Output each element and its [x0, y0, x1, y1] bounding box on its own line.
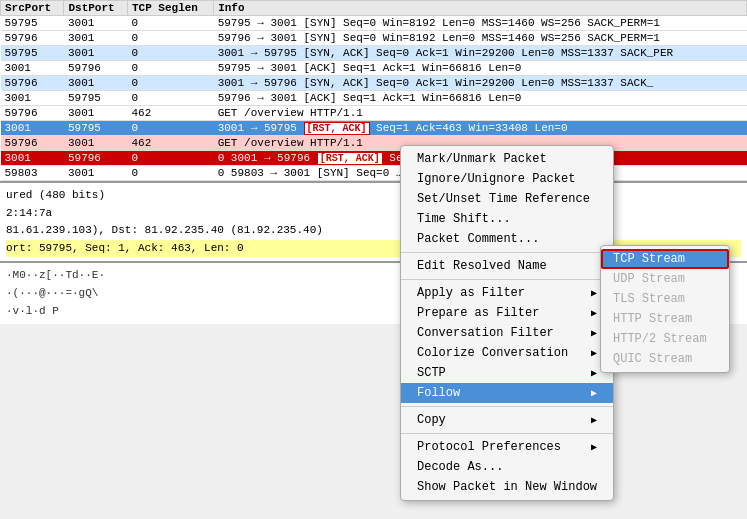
submenu-item-quic-stream: QUIC Stream	[601, 349, 729, 369]
cell-seglen: 0	[127, 16, 213, 31]
menu-item-label: Set/Unset Time Reference	[417, 192, 590, 206]
table-row[interactable]: 300159795059796 → 3001 [ACK] Seq=1 Ack=1…	[1, 91, 747, 106]
table-row[interactable]: 597953001059795 → 3001 [SYN] Seq=0 Win=8…	[1, 16, 747, 31]
cell-srcport: 59796	[1, 31, 64, 46]
cell-seglen: 0	[127, 166, 213, 181]
cell-srcport: 59795	[1, 46, 64, 61]
menu-item-label: Decode As...	[417, 460, 503, 474]
menu-item-protocol-preferences[interactable]: Protocol Preferences▶	[401, 437, 613, 457]
menu-item-label: Follow	[417, 386, 460, 400]
col-dstport: DstPort	[64, 1, 127, 16]
cell-info: 59796 → 3001 [ACK] Seq=1 Ack=1 Win=66816…	[214, 91, 747, 106]
submenu-arrow-icon: ▶	[591, 441, 597, 453]
menu-separator	[401, 252, 613, 253]
menu-item-follow[interactable]: Follow▶	[401, 383, 613, 403]
table-row[interactable]: 59796300103001 → 59796 [SYN, ACK] Seq=0 …	[1, 76, 747, 91]
detail-line-1: ured (480 bits)	[6, 187, 741, 205]
submenu-arrow-icon: ▶	[591, 327, 597, 339]
menu-item-copy[interactable]: Copy▶	[401, 410, 613, 430]
table-row[interactable]: 597963001059796 → 3001 [SYN] Seq=0 Win=8…	[1, 31, 747, 46]
menu-separator	[401, 406, 613, 407]
menu-separator	[401, 279, 613, 280]
menu-item-conversation-filter[interactable]: Conversation Filter▶	[401, 323, 613, 343]
menu-item-label: Conversation Filter	[417, 326, 554, 340]
table-row[interactable]: 300159796059795 → 3001 [ACK] Seq=1 Ack=1…	[1, 61, 747, 76]
cell-srcport: 3001	[1, 61, 64, 76]
menu-item-time-shift---[interactable]: Time Shift...	[401, 209, 613, 229]
cell-dstport: 3001	[64, 76, 127, 91]
submenu-arrow-icon: ▶	[591, 414, 597, 426]
cell-info: 59795 → 3001 [ACK] Seq=1 Ack=1 Win=66816…	[214, 61, 747, 76]
table-row[interactable]: 30015979600 3001 → 59796 [RST, ACK] Seq=…	[1, 151, 747, 166]
menu-item-label: Copy	[417, 413, 446, 427]
submenu-arrow-icon: ▶	[591, 367, 597, 379]
cell-srcport: 59803	[1, 166, 64, 181]
cell-info: 3001 → 59795 [SYN, ACK] Seq=0 Ack=1 Win=…	[214, 46, 747, 61]
cell-dstport: 3001	[64, 16, 127, 31]
menu-item-prepare-as-filter[interactable]: Prepare as Filter▶	[401, 303, 613, 323]
cell-srcport: 59796	[1, 136, 64, 151]
cell-info: 3001 → 59796 [SYN, ACK] Seq=0 Ack=1 Win=…	[214, 76, 747, 91]
submenu-arrow-icon: ▶	[591, 287, 597, 299]
cell-dstport: 3001	[64, 166, 127, 181]
follow-submenu[interactable]: TCP StreamUDP StreamTLS StreamHTTP Strea…	[600, 245, 730, 373]
cell-info: 3001 → 59795 [RST, ACK] Seq=1 Ack=463 Wi…	[214, 121, 747, 136]
cell-srcport: 3001	[1, 91, 64, 106]
menu-item-label: Colorize Conversation	[417, 346, 568, 360]
menu-item-ignore-unignore-packet[interactable]: Ignore/Unignore Packet	[401, 169, 613, 189]
table-header-row: SrcPort DstPort TCP Seglen Info	[1, 1, 747, 16]
col-seglen: TCP Seglen	[127, 1, 213, 16]
submenu-arrow-icon: ▶	[591, 307, 597, 319]
cell-seglen: 0	[127, 121, 213, 136]
cell-info: 59795 → 3001 [SYN] Seq=0 Win=8192 Len=0 …	[214, 16, 747, 31]
cell-srcport: 59796	[1, 106, 64, 121]
menu-item-edit-resolved-name[interactable]: Edit Resolved Name	[401, 256, 613, 276]
cell-seglen: 462	[127, 106, 213, 121]
menu-item-label: Mark/Unmark Packet	[417, 152, 547, 166]
context-menu[interactable]: Mark/Unmark PacketIgnore/Unignore Packet…	[400, 145, 614, 501]
menu-separator	[401, 433, 613, 434]
cell-seglen: 0	[127, 91, 213, 106]
cell-seglen: 0	[127, 151, 213, 166]
cell-srcport: 59796	[1, 76, 64, 91]
menu-item-label: Prepare as Filter	[417, 306, 539, 320]
table-row[interactable]: 30015979503001 → 59795 [RST, ACK] Seq=1 …	[1, 121, 747, 136]
cell-seglen: 0	[127, 76, 213, 91]
menu-item-decode-as---[interactable]: Decode As...	[401, 457, 613, 477]
detail-line-2: 2:14:7a	[6, 205, 741, 223]
submenu-item-tcp-stream[interactable]: TCP Stream	[601, 249, 729, 269]
detail-line-3: 81.61.239.103), Dst: 81.92.235.40 (81.92…	[6, 222, 741, 240]
cell-dstport: 59796	[64, 61, 127, 76]
rst-ack-badge: [RST, ACK]	[317, 152, 383, 165]
menu-item-apply-as-filter[interactable]: Apply as Filter▶	[401, 283, 613, 303]
table-row[interactable]: 59803300100 59803 → 3001 [SYN] Seq=0 …25…	[1, 166, 747, 181]
col-srcport: SrcPort	[1, 1, 64, 16]
cell-srcport: 3001	[1, 151, 64, 166]
table-row[interactable]: 597963001462GET /overview HTTP/1.1	[1, 136, 747, 151]
col-info: Info	[214, 1, 747, 16]
cell-dstport: 3001	[64, 46, 127, 61]
cell-seglen: 462	[127, 136, 213, 151]
menu-item-label: Show Packet in New Window	[417, 480, 597, 494]
menu-item-show-packet-in-new-window[interactable]: Show Packet in New Window	[401, 477, 613, 497]
menu-item-label: Edit Resolved Name	[417, 259, 547, 273]
cell-srcport: 59795	[1, 16, 64, 31]
table-row[interactable]: 59795300103001 → 59795 [SYN, ACK] Seq=0 …	[1, 46, 747, 61]
menu-item-mark-unmark-packet[interactable]: Mark/Unmark Packet	[401, 149, 613, 169]
cell-dstport: 3001	[64, 136, 127, 151]
menu-item-colorize-conversation[interactable]: Colorize Conversation▶	[401, 343, 613, 363]
submenu-arrow-icon: ▶	[591, 387, 597, 399]
menu-item-label: Time Shift...	[417, 212, 511, 226]
menu-item-label: Protocol Preferences	[417, 440, 561, 454]
submenu-arrow-icon: ▶	[591, 347, 597, 359]
submenu-item-tls-stream: TLS Stream	[601, 289, 729, 309]
table-row[interactable]: 597963001462GET /overview HTTP/1.1	[1, 106, 747, 121]
cell-info: 59796 → 3001 [SYN] Seq=0 Win=8192 Len=0 …	[214, 31, 747, 46]
cell-seglen: 0	[127, 46, 213, 61]
menu-item-set-unset-time-reference[interactable]: Set/Unset Time Reference	[401, 189, 613, 209]
menu-item-packet-comment---[interactable]: Packet Comment...	[401, 229, 613, 249]
cell-dstport: 59796	[64, 151, 127, 166]
cell-dstport: 59795	[64, 91, 127, 106]
menu-item-sctp[interactable]: SCTP▶	[401, 363, 613, 383]
menu-item-label: Packet Comment...	[417, 232, 539, 246]
